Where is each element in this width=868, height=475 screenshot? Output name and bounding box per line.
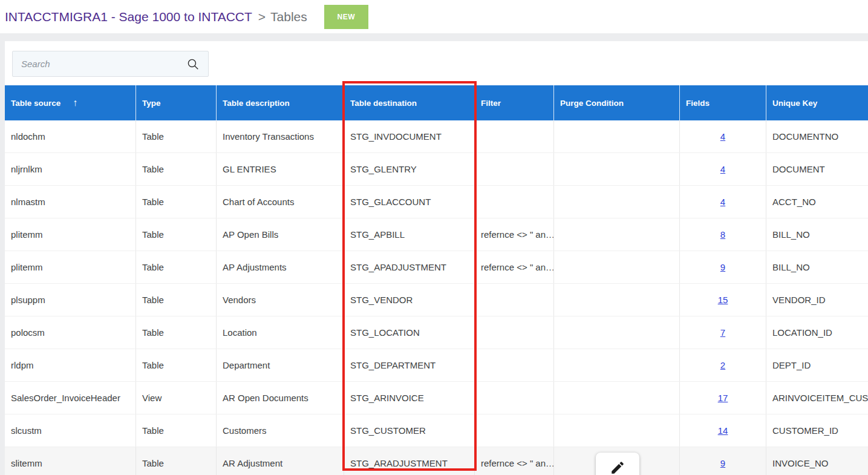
cell-table-source: nljrnlkm — [5, 153, 136, 185]
fields-count-link[interactable]: 4 — [720, 131, 725, 142]
table-row[interactable]: plitemm Table AP Open Bills STG_APBILL r… — [5, 218, 868, 251]
cell-text: STG_GLENTRY — [350, 164, 417, 174]
cell-text: Table — [142, 164, 164, 174]
column-header-table-destination[interactable]: Table destination — [344, 85, 475, 120]
column-label: Table source — [11, 99, 60, 108]
cell-text: nldochm — [11, 131, 45, 142]
fields-count-link[interactable]: 4 — [720, 164, 725, 174]
cell-text: CUSTOMER_ID — [772, 425, 838, 436]
cell-fields: 7 — [680, 316, 766, 349]
column-label: Type — [142, 99, 161, 108]
cell-text: AP Open Bills — [223, 229, 278, 240]
cell-filter: refernce <> " an… — [475, 218, 554, 251]
fields-count-link[interactable]: 4 — [720, 197, 725, 207]
cell-text: Department — [223, 360, 270, 370]
table-row[interactable]: slcustm Table Customers STG_CUSTOMER 14 … — [5, 414, 868, 447]
table-row[interactable]: SalesOrder_InvoiceHeader View AR Open Do… — [5, 382, 868, 414]
sort-ascending-icon[interactable]: ↑ — [73, 97, 77, 108]
cell-text: Inventory Transactions — [223, 131, 314, 142]
cell-filter — [475, 316, 554, 349]
search-input[interactable] — [21, 59, 186, 69]
fields-count-link[interactable]: 2 — [720, 360, 725, 370]
cell-fields: 4 — [680, 153, 766, 185]
cell-table-description: Customers — [217, 414, 344, 447]
cell-table-description: Department — [217, 349, 344, 381]
cell-filter: refernce <> " an… — [475, 447, 554, 475]
cell-text: Table — [142, 425, 164, 436]
cell-unique-key: BILL_NO — [766, 218, 868, 251]
cell-fields: 9 — [680, 251, 766, 283]
fields-count-link[interactable]: 8 — [720, 229, 725, 240]
column-header-table-description[interactable]: Table description — [217, 85, 344, 120]
cell-table-description: Inventory Transactions — [217, 120, 344, 152]
table-row[interactable]: nljrnlkm Table GL ENTRIES STG_GLENTRY 4 … — [5, 153, 868, 186]
table-row[interactable]: nlmastm Table Chart of Accounts STG_GLAC… — [5, 186, 868, 218]
cell-filter — [475, 414, 554, 447]
fields-count-link[interactable]: 9 — [720, 262, 725, 272]
fields-count-link[interactable]: 17 — [718, 393, 728, 403]
cell-fields: 15 — [680, 284, 766, 316]
column-header-purge-condition[interactable]: Purge Condition — [554, 85, 680, 120]
column-header-table-source[interactable]: Table source ↑ — [5, 85, 136, 120]
column-header-type[interactable]: Type — [136, 85, 217, 120]
cell-text: refernce <> " an… — [481, 229, 554, 240]
cell-text: View — [142, 393, 162, 403]
table-header-row: Table source ↑ Type Table description Ta… — [5, 85, 868, 120]
cell-fields: 9 — [680, 447, 766, 475]
cell-unique-key: DOCUMENT — [766, 153, 868, 185]
table-row[interactable]: nldochm Table Inventory Transactions STG… — [5, 120, 868, 153]
cell-filter — [475, 153, 554, 185]
cell-type: Table — [136, 414, 217, 447]
cell-text: STG_GLACCOUNT — [350, 197, 431, 207]
cell-table-description: Location — [217, 316, 344, 349]
column-header-unique-key[interactable]: Unique Key — [766, 85, 868, 120]
search-box[interactable] — [12, 51, 209, 77]
cell-text: STG_VENDOR — [350, 295, 413, 305]
fields-count-link[interactable]: 14 — [718, 425, 728, 436]
fields-count-link[interactable]: 7 — [720, 327, 725, 338]
cell-text: polocsm — [11, 327, 45, 338]
cell-text: refernce <> " an… — [481, 262, 554, 272]
fields-count-link[interactable]: 15 — [718, 295, 728, 305]
table-row[interactable]: plitemm Table AP Adjustments STG_APADJUS… — [5, 251, 868, 284]
cell-text: ACCT_NO — [772, 197, 816, 207]
cell-type: Table — [136, 447, 217, 475]
cell-unique-key: DEPT_ID — [766, 349, 868, 381]
cell-table-description: Vendors — [217, 284, 344, 316]
cell-table-destination: STG_GLACCOUNT — [344, 186, 475, 218]
table-row[interactable]: plsuppm Table Vendors STG_VENDOR 15 VEND… — [5, 284, 868, 316]
column-header-fields[interactable]: Fields — [680, 85, 766, 120]
cell-fields: 17 — [680, 382, 766, 414]
breadcrumb-project-link[interactable]: INTACCTMIGRA1 - Sage 1000 to INTACCT — [5, 10, 252, 24]
cell-table-destination: STG_ARADJUSTMENT — [344, 447, 475, 475]
cell-text: SalesOrder_InvoiceHeader — [11, 393, 120, 403]
cell-purge-condition — [554, 251, 680, 283]
new-button[interactable]: NEW — [324, 5, 368, 29]
cell-text: slitemm — [11, 458, 42, 468]
cell-text: Table — [142, 327, 164, 338]
cell-table-description: GL ENTRIES — [217, 153, 344, 185]
cell-unique-key: INVOICE_NO — [766, 447, 868, 475]
cell-text: BILL_NO — [772, 262, 810, 272]
cell-purge-condition — [554, 316, 680, 349]
cell-table-source: nlmastm — [5, 186, 136, 218]
table-row[interactable]: polocsm Table Location STG_LOCATION 7 LO… — [5, 316, 868, 349]
cell-table-destination: STG_CUSTOMER — [344, 414, 475, 447]
cell-text: ARINVOICEITEM_CUS… — [772, 393, 868, 403]
cell-table-source: nldochm — [5, 120, 136, 152]
edit-row-button[interactable] — [596, 453, 639, 475]
search-icon[interactable] — [186, 57, 200, 71]
table-row[interactable]: rldpm Table Department STG_DEPARTMENT 2 … — [5, 349, 868, 382]
column-label: Unique Key — [772, 99, 817, 108]
cell-text: GL ENTRIES — [223, 164, 276, 174]
column-header-filter[interactable]: Filter — [475, 85, 554, 120]
cell-text: Chart of Accounts — [223, 197, 294, 207]
cell-table-description: AP Open Bills — [217, 218, 344, 251]
cell-table-destination: STG_INVDOCUMENT — [344, 120, 475, 152]
fields-count-link[interactable]: 9 — [720, 458, 725, 468]
cell-filter — [475, 120, 554, 152]
cell-table-destination: STG_GLENTRY — [344, 153, 475, 185]
cell-text: DEPT_ID — [772, 360, 811, 370]
cell-table-destination: STG_LOCATION — [344, 316, 475, 349]
table-row[interactable]: slitemm Table AR Adjustment STG_ARADJUST… — [5, 447, 868, 475]
